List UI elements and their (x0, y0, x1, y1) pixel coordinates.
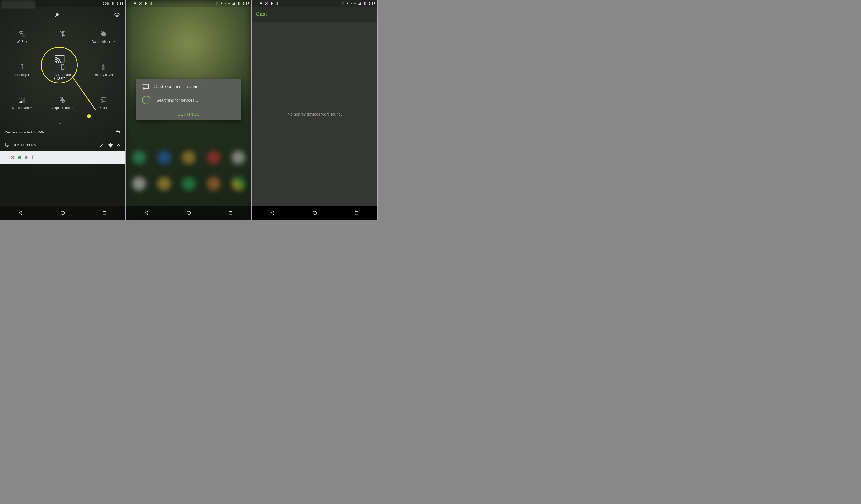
auto-brightness-icon[interactable] (114, 12, 120, 19)
airplane-off-icon (59, 97, 66, 104)
svg-point-15 (216, 3, 218, 4)
svg-rect-24 (355, 212, 358, 215)
home-button[interactable] (312, 210, 318, 217)
battery-icon (363, 2, 367, 5)
device-icon (275, 2, 279, 5)
phone-quick-settings: 60% 2:33 Wi-Fi▼ . (0, 0, 126, 220)
tile-wifi[interactable]: Wi-Fi▼ (2, 25, 42, 49)
back-button[interactable] (270, 210, 276, 217)
navigation-bar (126, 206, 251, 220)
photos-icon (17, 155, 22, 159)
app-icon (139, 2, 142, 5)
status-time: 2:37 (368, 2, 375, 5)
recents-button[interactable] (228, 210, 233, 217)
wifi-off-icon (19, 30, 26, 37)
tile-bluetooth-cast-combo[interactable]: . (42, 25, 83, 49)
cast-icon (100, 97, 107, 104)
settings-label: SETTINGS (178, 112, 200, 116)
key-icon (115, 129, 121, 135)
bluetooth-off-icon (59, 30, 66, 37)
voicemail-icon (128, 2, 132, 5)
battery-icon (111, 2, 115, 5)
phone-cast-settings: LTE+ 2:37 Cast ⋮ No nearby devices were … (252, 0, 378, 220)
tile-airplane[interactable]: Airplane mode (42, 91, 83, 115)
tile-dnd[interactable]: Do not disturb▼ (83, 25, 124, 49)
page-indicator: ● ○ (0, 122, 125, 125)
svg-rect-10 (103, 212, 106, 215)
brightness-slider-row (0, 7, 125, 20)
status-bar: LTE+ 2:37 (252, 0, 378, 7)
edit-icon[interactable] (99, 142, 105, 148)
gear-icon[interactable] (108, 142, 113, 148)
alarm-icon (4, 142, 10, 148)
chevron-up-icon[interactable] (116, 142, 121, 148)
svg-rect-14 (150, 2, 152, 5)
device-icon (31, 155, 35, 159)
brightness-icon[interactable] (54, 11, 60, 19)
cast-dialog: Cast screen to device Searching for devi… (137, 79, 241, 120)
tile-label: Battery saver (94, 73, 113, 77)
battery-percent: 60% (102, 2, 109, 5)
key-icon (220, 2, 224, 5)
tile-label: Do not disturb (92, 40, 112, 44)
searching-text: Searching for devices… (156, 98, 198, 103)
tile-label: Mobile data (12, 106, 29, 110)
svg-point-7 (18, 156, 19, 157)
key-icon (346, 2, 350, 5)
tile-label: Cast (100, 106, 107, 110)
network-label: LTE+ (226, 2, 231, 5)
voicemail-icon (4, 155, 8, 159)
flashlight-icon (19, 64, 26, 70)
navigation-bar (252, 206, 378, 220)
settings-button[interactable]: SETTINGS (137, 108, 241, 120)
tile-label: Wi-Fi (16, 40, 24, 44)
app-bar: Cast ⋮ (252, 7, 378, 22)
alarm-icon (341, 2, 345, 5)
home-button[interactable] (186, 210, 192, 217)
tile-label: Flashlight (15, 73, 29, 77)
status-bar: LTE+ 2:37 (126, 0, 251, 7)
tile-mobile-data[interactable]: LTE+ Mobile data▼ (2, 91, 42, 115)
device-icon (149, 2, 153, 5)
alarm-row[interactable]: Sun 11:00 PM (0, 139, 125, 151)
svg-point-23 (313, 211, 317, 215)
back-button[interactable] (144, 210, 150, 217)
tile-battery-saver[interactable]: Battery saver (83, 58, 124, 82)
vpn-status-row[interactable]: Device connected to IVPN (0, 125, 125, 139)
leaf-icon (270, 2, 274, 5)
overflow-menu-icon[interactable]: ⋮ (369, 11, 373, 17)
highlight-dot (87, 114, 91, 118)
battery-saver-icon (100, 64, 107, 70)
page-title: Cast (256, 11, 267, 17)
battery-icon (237, 2, 241, 5)
back-button[interactable] (18, 210, 24, 217)
home-apps-blur (126, 145, 251, 197)
tile-flashlight[interactable]: Flashlight (2, 58, 42, 82)
status-time: 2:33 (116, 2, 123, 5)
recents-button[interactable] (354, 210, 359, 217)
dialog-title: Cast screen to device (153, 84, 201, 90)
alarm-time: Sun 11:00 PM (13, 143, 37, 147)
signal-icon (358, 2, 361, 5)
app-icon (264, 2, 268, 5)
dnd-off-icon (100, 30, 107, 37)
navigation-bar (0, 206, 125, 220)
svg-point-22 (342, 3, 344, 4)
photos-icon (133, 2, 137, 5)
brightness-slider[interactable] (4, 15, 111, 15)
tile-cast[interactable]: Cast (83, 91, 124, 115)
svg-rect-21 (276, 2, 278, 5)
recents-button[interactable] (101, 210, 107, 217)
svg-rect-8 (32, 156, 33, 159)
cast-icon (142, 83, 149, 90)
spinner-icon (140, 94, 152, 106)
chevron-down-icon: ▼ (30, 107, 32, 109)
home-button[interactable] (60, 210, 66, 217)
network-label: LTE+ (352, 2, 356, 5)
photos-icon (259, 2, 263, 5)
svg-point-9 (61, 211, 65, 215)
notification-tray[interactable] (0, 151, 125, 164)
chevron-down-icon: ▼ (25, 41, 27, 43)
svg-rect-17 (229, 212, 232, 215)
cast-device-list: No nearby devices were found. (252, 22, 378, 206)
